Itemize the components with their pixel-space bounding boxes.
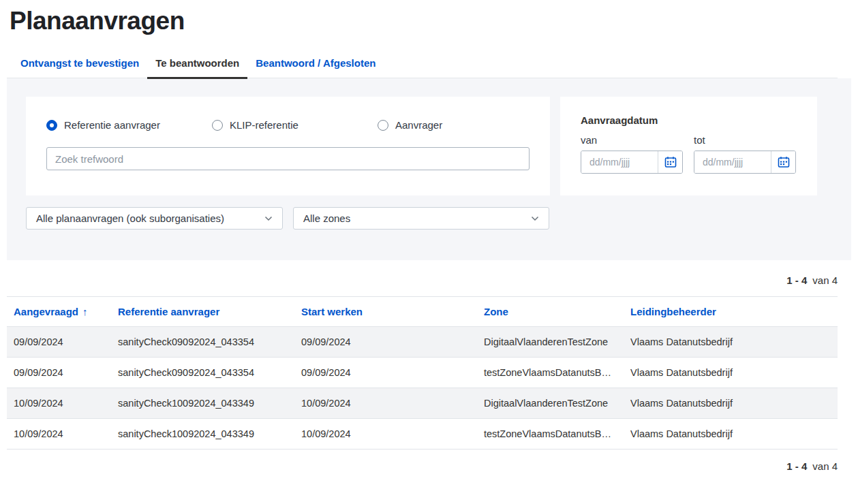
- cell-start-werken: 10/09/2024: [294, 388, 477, 419]
- tab-ontvangst-te-bevestigen[interactable]: Ontvangst te bevestigen: [12, 52, 147, 78]
- planaanvragen-page: Planaanvragen Ontvangst te bevestigen Te…: [0, 0, 858, 472]
- cell-aangevraagd: 10/09/2024: [7, 419, 111, 450]
- zone-filter-select[interactable]: Alle zones: [293, 207, 549, 230]
- filter-panel: Referentie aanvrager KLIP-referentie Aan…: [7, 78, 851, 260]
- date-filter-card: Aanvraagdatum van: [560, 97, 817, 195]
- cell-start-werken: 09/09/2024: [294, 358, 477, 388]
- date-filter-title: Aanvraagdatum: [581, 114, 798, 126]
- cell-referentie: sanityCheck10092024_043349: [111, 388, 294, 419]
- radio-selected-icon[interactable]: [46, 120, 57, 131]
- radio-referentie-aanvrager[interactable]: Referentie aanvrager: [46, 119, 212, 131]
- select-value: Alle planaanvragen (ook suborganisaties): [36, 212, 224, 224]
- table-row[interactable]: 09/09/2024 sanityCheck09092024_043354 09…: [7, 327, 838, 358]
- pagination-total: van 4: [812, 274, 838, 286]
- table-header-row: Aangevraagd↑ Referentie aanvrager Start …: [7, 297, 838, 327]
- chevron-down-icon: [264, 216, 273, 221]
- pagination-bottom: 1 - 4van 4: [7, 460, 838, 472]
- date-to-input[interactable]: [694, 151, 771, 173]
- date-to-calendar-button[interactable]: [771, 151, 795, 173]
- column-header-leidingbeheerder[interactable]: Leidingbeheerder: [624, 297, 838, 327]
- pagination-range: 1 - 4: [786, 460, 807, 472]
- planaanvragen-table: Aangevraagd↑ Referentie aanvrager Start …: [7, 296, 838, 450]
- pagination-top: 1 - 4van 4: [7, 274, 838, 286]
- cell-start-werken: 09/09/2024: [294, 327, 477, 358]
- search-filter-card: Referentie aanvrager KLIP-referentie Aan…: [26, 97, 550, 195]
- cell-aangevraagd: 10/09/2024: [7, 388, 111, 419]
- cell-leidingbeheerder: Vlaams Datanutsbedrijf: [624, 388, 838, 419]
- cell-start-werken: 10/09/2024: [294, 419, 477, 450]
- calendar-icon: [664, 156, 677, 168]
- filter-cards-row: Referentie aanvrager KLIP-referentie Aan…: [26, 97, 832, 195]
- search-input[interactable]: [46, 147, 530, 170]
- radio-label: KLIP-referentie: [230, 119, 298, 131]
- cell-zone: testZoneVlaamsDatanutsBedrijfBeta: [477, 419, 624, 450]
- select-filters-row: Alle planaanvragen (ook suborganisaties)…: [26, 207, 832, 230]
- radio-unselected-icon[interactable]: [378, 120, 388, 131]
- chevron-down-icon: [531, 216, 539, 221]
- date-to-input-wrap: [694, 151, 796, 174]
- cell-referentie: sanityCheck09092024_043354: [111, 358, 294, 388]
- column-header-start-werken[interactable]: Start werken: [294, 297, 477, 327]
- table-row[interactable]: 10/09/2024 sanityCheck10092024_043349 10…: [7, 388, 838, 419]
- date-fields-row: van: [581, 134, 798, 174]
- tab-beantwoord-afgesloten[interactable]: Beantwoord / Afgesloten: [247, 52, 384, 78]
- date-to-label: tot: [694, 134, 796, 146]
- date-to-field: tot: [694, 134, 796, 174]
- sort-ascending-icon: ↑: [82, 306, 88, 317]
- calendar-icon: [778, 156, 790, 168]
- column-header-zone[interactable]: Zone: [477, 297, 624, 327]
- cell-zone: testZoneVlaamsDatanutsBedrijfBeta: [477, 358, 624, 388]
- search-type-radio-group: Referentie aanvrager KLIP-referentie Aan…: [46, 119, 530, 131]
- cell-leidingbeheerder: Vlaams Datanutsbedrijf: [624, 419, 838, 450]
- table-row[interactable]: 09/09/2024 sanityCheck09092024_043354 09…: [7, 358, 838, 388]
- cell-referentie: sanityCheck10092024_043349: [111, 419, 294, 450]
- radio-unselected-icon[interactable]: [212, 120, 223, 131]
- cell-referentie: sanityCheck09092024_043354: [111, 327, 294, 358]
- cell-leidingbeheerder: Vlaams Datanutsbedrijf: [624, 358, 838, 388]
- radio-label: Aanvrager: [395, 119, 442, 131]
- page-title: Planaanvragen: [7, 0, 838, 37]
- cell-aangevraagd: 09/09/2024: [7, 358, 111, 388]
- cell-zone: DigitaalVlaanderenTestZone: [477, 327, 624, 358]
- select-value: Alle zones: [303, 212, 350, 224]
- column-header-aangevraagd[interactable]: Aangevraagd↑: [7, 297, 111, 327]
- pagination-total: van 4: [812, 460, 838, 472]
- date-from-input[interactable]: [581, 151, 658, 173]
- tab-bar: Ontvangst te bevestigen Te beantwoorden …: [7, 52, 838, 78]
- date-from-label: van: [581, 134, 683, 146]
- column-header-referentie-aanvrager[interactable]: Referentie aanvrager: [111, 297, 294, 327]
- radio-aanvrager[interactable]: Aanvrager: [378, 119, 442, 131]
- radio-klip-referentie[interactable]: KLIP-referentie: [212, 119, 378, 131]
- date-from-calendar-button[interactable]: [658, 151, 682, 173]
- date-from-input-wrap: [581, 151, 683, 174]
- pagination-range: 1 - 4: [786, 274, 807, 286]
- organisation-filter-select[interactable]: Alle planaanvragen (ook suborganisaties): [26, 207, 283, 230]
- cell-leidingbeheerder: Vlaams Datanutsbedrijf: [624, 327, 838, 358]
- tab-te-beantwoorden[interactable]: Te beantwoorden: [147, 52, 247, 79]
- cell-zone: DigitaalVlaanderenTestZone: [477, 388, 624, 419]
- date-from-field: van: [581, 134, 683, 174]
- cell-aangevraagd: 09/09/2024: [7, 327, 111, 358]
- table-row[interactable]: 10/09/2024 sanityCheck10092024_043349 10…: [7, 419, 838, 450]
- radio-label: Referentie aanvrager: [64, 119, 160, 131]
